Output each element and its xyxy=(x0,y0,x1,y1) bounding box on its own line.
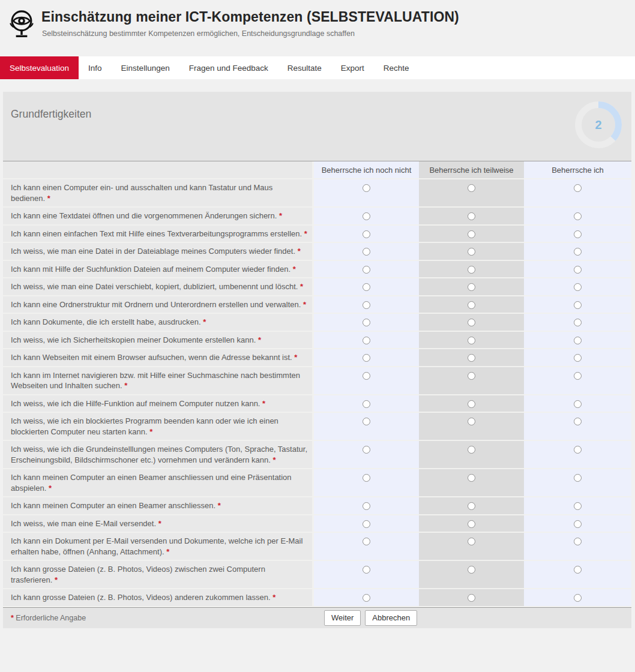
radio-beherrsche-ich-teilweise[interactable] xyxy=(468,538,475,545)
nav-tab-rechte[interactable]: Rechte xyxy=(374,56,419,79)
radio-beherrsche-ich-teilweise[interactable] xyxy=(468,418,475,425)
radio-beherrsche-ich[interactable] xyxy=(574,474,582,482)
nav-tab-info[interactable]: Info xyxy=(79,56,112,79)
radio-beherrsche-ich-noch-nicht[interactable] xyxy=(363,400,370,408)
radio-beherrsche-ich[interactable] xyxy=(574,520,582,528)
table-row: Ich kann eine Ordnerstruktur mit Ordnern… xyxy=(3,296,631,314)
radio-beherrsche-ich[interactable] xyxy=(574,538,582,545)
table-row: Ich weiss, wie ich Sicherheitskopien mei… xyxy=(3,332,631,350)
radio-beherrsche-ich-teilweise[interactable] xyxy=(468,520,475,528)
radio-beherrsche-ich-noch-nicht[interactable] xyxy=(363,212,370,220)
radio-beherrsche-ich-teilweise[interactable] xyxy=(468,594,475,602)
radio-beherrsche-ich-teilweise[interactable] xyxy=(468,283,475,291)
answer-cell-beherrsche-ich-noch-nicht xyxy=(314,261,419,278)
question-text: Ich kann grosse Dateien (z. B. Photos, V… xyxy=(3,589,314,606)
radio-beherrsche-ich-noch-nicht[interactable] xyxy=(363,337,370,344)
answer-cell-beherrsche-ich-teilweise xyxy=(419,367,524,394)
radio-beherrsche-ich-teilweise[interactable] xyxy=(468,502,475,510)
radio-beherrsche-ich[interactable] xyxy=(574,319,582,326)
radio-beherrsche-ich[interactable] xyxy=(574,184,582,192)
answer-cell-beherrsche-ich xyxy=(524,261,631,278)
nav-tab-resultate[interactable]: Resultate xyxy=(278,56,331,79)
radio-beherrsche-ich-noch-nicht[interactable] xyxy=(363,354,370,362)
radio-beherrsche-ich-teilweise[interactable] xyxy=(468,184,475,192)
radio-beherrsche-ich-teilweise[interactable] xyxy=(468,474,475,482)
answer-cell-beherrsche-ich-noch-nicht xyxy=(314,208,419,224)
radio-beherrsche-ich-noch-nicht[interactable] xyxy=(363,594,370,602)
radio-beherrsche-ich[interactable] xyxy=(574,566,582,574)
required-asterisk: * xyxy=(279,211,282,220)
required-asterisk: * xyxy=(11,614,14,622)
radio-beherrsche-ich-noch-nicht[interactable] xyxy=(363,538,370,545)
answer-cell-beherrsche-ich-noch-nicht xyxy=(314,413,419,440)
radio-beherrsche-ich[interactable] xyxy=(574,301,582,309)
radio-beherrsche-ich-noch-nicht[interactable] xyxy=(363,248,370,256)
nav-tab-fragen-und-feedback[interactable]: Fragen und Feedback xyxy=(179,56,278,79)
radio-beherrsche-ich[interactable] xyxy=(574,418,582,425)
answer-cell-beherrsche-ich xyxy=(524,561,631,588)
answer-cell-beherrsche-ich-noch-nicht xyxy=(314,314,419,331)
radio-beherrsche-ich-teilweise[interactable] xyxy=(468,319,475,326)
radio-beherrsche-ich[interactable] xyxy=(574,446,582,454)
progress-step-number: 2 xyxy=(574,101,622,149)
answer-cell-beherrsche-ich-noch-nicht xyxy=(314,533,419,560)
question-text: Ich kann meinen Computer an einen Beamer… xyxy=(3,469,314,496)
radio-beherrsche-ich[interactable] xyxy=(574,354,582,362)
answer-cell-beherrsche-ich-noch-nicht xyxy=(314,179,419,206)
radio-beherrsche-ich-teilweise[interactable] xyxy=(468,566,475,574)
nav-tab-export[interactable]: Export xyxy=(331,56,374,79)
nav-tab-einstellungen[interactable]: Einstellungen xyxy=(112,56,179,79)
radio-beherrsche-ich-noch-nicht[interactable] xyxy=(363,446,370,454)
radio-beherrsche-ich-noch-nicht[interactable] xyxy=(363,230,370,238)
radio-beherrsche-ich-teilweise[interactable] xyxy=(468,212,475,220)
radio-beherrsche-ich-noch-nicht[interactable] xyxy=(363,283,370,291)
answer-cell-beherrsche-ich-noch-nicht xyxy=(314,296,419,313)
answer-cell-beherrsche-ich-teilweise xyxy=(419,314,524,331)
radio-beherrsche-ich-teilweise[interactable] xyxy=(468,400,475,408)
radio-beherrsche-ich[interactable] xyxy=(574,212,582,220)
answer-cell-beherrsche-ich xyxy=(524,208,631,224)
radio-beherrsche-ich-noch-nicht[interactable] xyxy=(363,372,370,380)
radio-beherrsche-ich[interactable] xyxy=(574,594,582,602)
radio-beherrsche-ich-teilweise[interactable] xyxy=(468,354,475,362)
radio-beherrsche-ich-noch-nicht[interactable] xyxy=(363,520,370,528)
radio-beherrsche-ich-noch-nicht[interactable] xyxy=(363,566,370,574)
table-row: Ich kann einen Computer ein- und ausscha… xyxy=(3,179,631,208)
radio-beherrsche-ich-noch-nicht[interactable] xyxy=(363,301,370,309)
radio-beherrsche-ich[interactable] xyxy=(574,248,582,256)
radio-beherrsche-ich-noch-nicht[interactable] xyxy=(363,319,370,326)
radio-beherrsche-ich[interactable] xyxy=(574,337,582,344)
radio-beherrsche-ich-noch-nicht[interactable] xyxy=(363,502,370,510)
answer-cell-beherrsche-ich-noch-nicht xyxy=(314,441,419,468)
radio-beherrsche-ich-teilweise[interactable] xyxy=(468,230,475,238)
radio-beherrsche-ich-teilweise[interactable] xyxy=(468,301,475,309)
radio-beherrsche-ich-teilweise[interactable] xyxy=(468,248,475,256)
radio-beherrsche-ich[interactable] xyxy=(574,400,582,408)
radio-beherrsche-ich-noch-nicht[interactable] xyxy=(363,418,370,425)
weiter-button[interactable]: Weiter xyxy=(324,610,361,626)
radio-beherrsche-ich-noch-nicht[interactable] xyxy=(363,474,370,482)
answer-cell-beherrsche-ich-teilweise xyxy=(419,278,524,295)
nav-tab-selbstevaluation[interactable]: Selbstevaluation xyxy=(0,56,79,79)
radio-beherrsche-ich-teilweise[interactable] xyxy=(468,266,475,274)
radio-beherrsche-ich[interactable] xyxy=(574,230,582,238)
radio-beherrsche-ich-teilweise[interactable] xyxy=(468,337,475,344)
radio-beherrsche-ich[interactable] xyxy=(574,266,582,274)
radio-beherrsche-ich-noch-nicht[interactable] xyxy=(363,184,370,192)
radio-beherrsche-ich-noch-nicht[interactable] xyxy=(363,266,370,274)
table-row: Ich kann Webseiten mit einem Browser auf… xyxy=(3,349,631,367)
abbrechen-button[interactable]: Abbrechen xyxy=(365,610,417,626)
question-text: Ich weiss, wie ich ein blockiertes Progr… xyxy=(3,413,314,440)
table-row: Ich weiss, wie man eine Datei in der Dat… xyxy=(3,243,631,261)
question-text: Ich kann Webseiten mit einem Browser auf… xyxy=(3,349,314,366)
radio-beherrsche-ich[interactable] xyxy=(574,502,582,510)
radio-beherrsche-ich-teilweise[interactable] xyxy=(468,372,475,380)
required-asterisk: * xyxy=(203,317,206,326)
answer-cell-beherrsche-ich-noch-nicht xyxy=(314,515,419,532)
radio-beherrsche-ich[interactable] xyxy=(574,283,582,291)
question-text: Ich kann ein Dokument per E-Mail versend… xyxy=(3,533,314,560)
app-header: Einschätzung meiner ICT-Kompetenzen (SEL… xyxy=(0,0,635,56)
answer-cell-beherrsche-ich xyxy=(524,589,631,606)
radio-beherrsche-ich[interactable] xyxy=(574,372,582,380)
radio-beherrsche-ich-teilweise[interactable] xyxy=(468,446,475,454)
